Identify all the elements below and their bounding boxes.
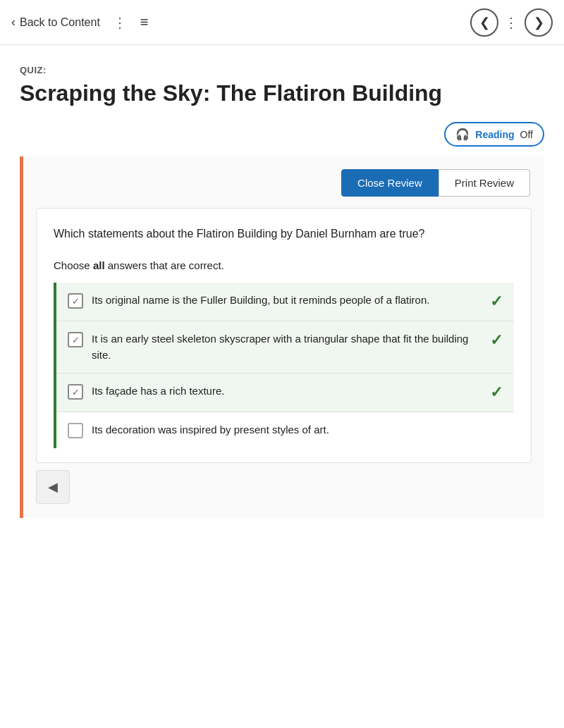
reading-toggle-button[interactable]: 🎧 Reading Off (444, 122, 544, 147)
reading-toggle-row: 🎧 Reading Off (20, 122, 544, 147)
nav-left: ‹ Back to Content ⋮ ≡ (11, 14, 149, 31)
choose-bold: all (93, 259, 105, 271)
answer-text-1: Its original name is the Fuller Building… (92, 292, 477, 309)
top-nav: ‹ Back to Content ⋮ ≡ ❮ ⋮ ❯ (0, 0, 564, 45)
choose-prefix: Choose (54, 259, 93, 271)
back-chevron-icon: ‹ (11, 15, 16, 30)
answers-list: ✓ Its original name is the Fuller Buildi… (54, 283, 514, 448)
content-area: QUIZ: Scraping the Sky: The Flatiron Bui… (0, 45, 564, 546)
question-card: Which statements about the Flatiron Buil… (36, 208, 532, 463)
back-to-content-label: Back to Content (20, 16, 100, 29)
back-arrow-row: ◀ (23, 463, 544, 504)
checkbox-2[interactable]: ✓ (68, 332, 83, 347)
correct-check-2: ✓ (486, 331, 503, 350)
back-arrow-icon: ◀ (48, 479, 58, 495)
next-button[interactable]: ❯ (525, 8, 553, 37)
close-review-button[interactable]: Close Review (341, 169, 439, 197)
bottom-space (20, 518, 544, 546)
answer-text-3: Its façade has a rich texture. (92, 383, 477, 400)
review-buttons: Close Review Print Review (23, 156, 544, 208)
question-text: Which statements about the Flatiron Buil… (54, 226, 514, 242)
quiz-title: Scraping the Sky: The Flatiron Building (20, 80, 544, 106)
answer-text-4: Its decoration was inspired by present s… (92, 422, 503, 438)
checkbox-check-icon-1: ✓ (72, 296, 80, 307)
checkbox-4[interactable] (68, 423, 83, 438)
print-review-button[interactable]: Print Review (439, 169, 530, 197)
answer-option-2[interactable]: ✓ It is an early steel skeleton skyscrap… (56, 321, 514, 374)
answer-text-2: It is an early steel skeleton skyscraper… (92, 331, 477, 363)
answer-option-4[interactable]: Its decoration was inspired by present s… (56, 412, 514, 448)
quiz-label: QUIZ: (20, 65, 544, 75)
checkbox-check-icon-2: ✓ (72, 335, 80, 345)
headphone-icon: 🎧 (455, 128, 470, 141)
nav-right: ❮ ⋮ ❯ (470, 8, 553, 37)
choose-instruction: Choose all answers that are correct. (54, 259, 514, 271)
checkbox-3[interactable]: ✓ (68, 384, 83, 400)
reading-label: Reading (475, 129, 514, 140)
quiz-panel: Close Review Print Review Which statemen… (20, 156, 544, 518)
nav-more-icon[interactable]: ⋮ (504, 14, 519, 31)
nav-dots-icon[interactable]: ⋮ (113, 14, 128, 31)
prev-button[interactable]: ❮ (470, 8, 498, 37)
hamburger-icon[interactable]: ≡ (140, 14, 149, 30)
answer-option-3[interactable]: ✓ Its façade has a rich texture. ✓ (56, 374, 514, 412)
correct-check-3: ✓ (486, 383, 503, 402)
checkbox-1[interactable]: ✓ (68, 293, 83, 309)
checkbox-check-icon-3: ✓ (72, 387, 80, 397)
back-to-content-link[interactable]: ‹ Back to Content (11, 15, 100, 30)
choose-suffix: answers that are correct. (105, 259, 224, 271)
back-arrow-button[interactable]: ◀ (36, 470, 70, 504)
answer-option-1[interactable]: ✓ Its original name is the Fuller Buildi… (56, 283, 514, 321)
reading-state: Off (520, 129, 533, 140)
correct-check-1: ✓ (486, 292, 503, 311)
